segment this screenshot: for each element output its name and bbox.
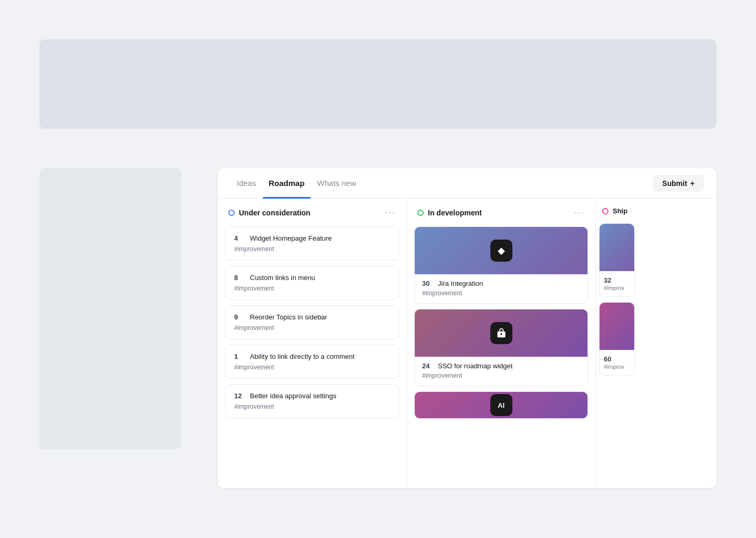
column-body-in-development: ◆ 30 Jira Integration #improvement [407, 226, 595, 488]
list-item[interactable]: 1 Ability to link directly to a comment … [225, 345, 399, 379]
card-title: Widget Homepage Feature [250, 234, 332, 242]
status-dot-blue [228, 210, 235, 216]
status-dot-green [417, 210, 424, 216]
list-item[interactable]: 4 Widget Homepage Feature #improvement [225, 226, 399, 261]
tab-roadmap[interactable]: Roadmap [262, 168, 311, 199]
column-menu-button[interactable]: ··· [574, 207, 585, 218]
card-title: Reorder Topics in sidebar [250, 313, 327, 321]
lock-icon [490, 322, 512, 344]
card-tag: #improvement [234, 324, 390, 332]
column-menu-button[interactable]: ··· [385, 207, 396, 218]
vote-count: 1 [234, 353, 245, 360]
jira-icon: ◆ [490, 240, 512, 262]
submit-button[interactable]: Submit + [653, 175, 704, 192]
column-in-development: In development ··· ◆ 30 Jira Integration [407, 199, 596, 488]
card-tag: #improvement [234, 285, 390, 292]
column-shipped-partial: Ship 32 #improv 60 [596, 199, 638, 488]
columns-container: Under consideration ··· 4 Widget Homepag… [218, 199, 717, 488]
card-title: Better idea approval settings [250, 392, 337, 400]
list-item[interactable]: 8 Custom links in menu #improvement [225, 266, 399, 300]
column-title-shipped: Ship [613, 207, 627, 215]
vote-count: 60 [604, 355, 611, 363]
column-header-in-development: In development ··· [407, 199, 595, 226]
card-title: SSO for roadmap widget [438, 362, 512, 370]
list-item[interactable]: 24 SSO for roadmap widget #improvement [414, 309, 588, 386]
list-item[interactable]: 32 #improv [599, 223, 635, 297]
column-title-under-consideration: Under consideration [239, 209, 381, 217]
list-item[interactable]: 12 Better idea approval settings #improv… [225, 384, 399, 418]
card-tag: #improvement [422, 289, 580, 297]
card-title: Jira Integration [438, 280, 483, 287]
tab-whats-new[interactable]: Whats new [311, 168, 362, 199]
card-title: Custom links in menu [250, 274, 315, 282]
vote-count: 4 [234, 234, 245, 242]
card-tag: #improvement [422, 372, 580, 379]
plus-icon: + [690, 179, 695, 188]
column-under-consideration: Under consideration ··· 4 Widget Homepag… [218, 199, 407, 488]
column-header-under-consideration: Under consideration ··· [218, 199, 406, 226]
vote-count: 24 [422, 362, 433, 370]
vote-count: 12 [234, 392, 245, 400]
vote-count: 30 [422, 280, 433, 287]
ai-icon: AI [490, 394, 512, 416]
card-tag: #improv [604, 285, 630, 291]
vote-count: 32 [604, 276, 611, 284]
hero-banner [39, 39, 717, 129]
column-body-shipped: 32 #improv 60 #improv [596, 223, 638, 376]
column-header-shipped: Ship [596, 199, 638, 223]
card-tag: #improvement [234, 245, 390, 253]
column-body-under-consideration: 4 Widget Homepage Feature #improvement 8… [218, 226, 406, 488]
column-title-in-development: In development [428, 209, 570, 217]
list-item[interactable]: ◆ 30 Jira Integration #improvement [414, 226, 588, 304]
tab-ideas[interactable]: Ideas [230, 168, 262, 199]
vote-count: 8 [234, 274, 245, 282]
card-tag: #improvement [234, 364, 390, 371]
card-title: Ability to link directly to a comment [250, 353, 354, 360]
list-item[interactable]: 9 Reorder Topics in sidebar #improvement [225, 305, 399, 339]
vote-count: 9 [234, 313, 245, 321]
list-item[interactable]: AI [414, 391, 588, 419]
tab-bar: Ideas Roadmap Whats new Submit + [218, 168, 717, 199]
main-panel: Ideas Roadmap Whats new Submit + Under c… [218, 168, 717, 488]
list-item[interactable]: 60 #improv [599, 302, 635, 376]
card-tag: #improv [604, 364, 630, 370]
card-tag: #improvement [234, 403, 390, 410]
status-dot-pink [602, 208, 608, 214]
sidebar-placeholder [39, 168, 181, 449]
